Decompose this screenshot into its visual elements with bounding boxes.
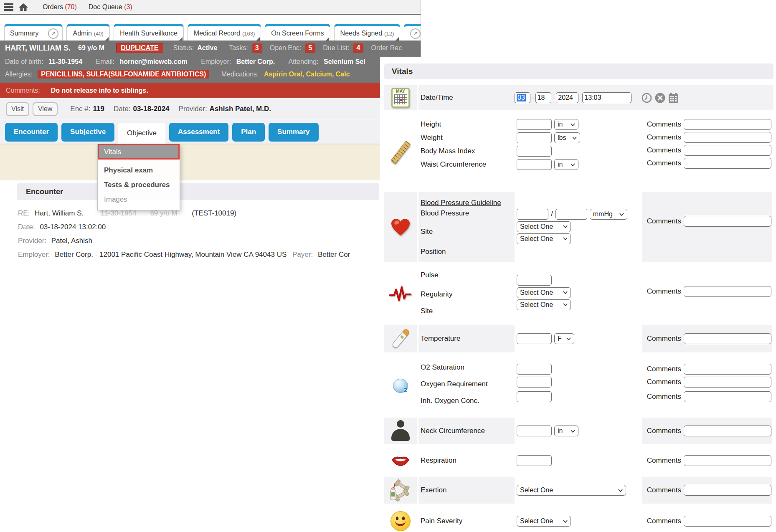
assessment-button[interactable]: Assessment (169, 123, 228, 142)
exertion-select[interactable]: Select One (517, 485, 626, 496)
open-enc-count-badge[interactable]: 5 (305, 43, 315, 53)
weight-label: Weight (421, 131, 515, 144)
medications-list[interactable]: Aspirin Oral, Calcium, Calc (264, 71, 350, 78)
summary-button[interactable]: Summary (269, 123, 318, 142)
tab-fold-icon (256, 37, 260, 41)
pulse-site-select[interactable]: Select One (517, 299, 571, 310)
tab-fold-icon (179, 37, 183, 41)
calendar-picker-icon[interactable] (668, 93, 679, 103)
height-input[interactable] (517, 119, 552, 130)
tab-medical-record[interactable]: Medical Record(163) (188, 24, 261, 41)
tab-on-screen-forms[interactable]: On Screen Forms (265, 24, 330, 41)
calendar-month-icon: MAY (391, 88, 410, 108)
due-list-count-badge[interactable]: 4 (353, 43, 363, 53)
bp-site-label: Site (421, 226, 515, 237)
date-month-input[interactable]: 03 (515, 92, 530, 103)
pulse-comments-input[interactable] (684, 286, 771, 297)
bp-guideline-link[interactable]: Blood Pressure Guideline (421, 198, 515, 208)
view-button[interactable]: View (33, 102, 58, 116)
menu-item-physical-exam[interactable]: Physical exam (98, 163, 180, 177)
set-time-now-icon[interactable] (642, 93, 652, 103)
bp-comments-input[interactable] (684, 216, 771, 227)
plan-button[interactable]: Plan (232, 123, 265, 142)
date-year-input[interactable]: 2024 (556, 92, 578, 103)
tab-summary[interactable]: Summary (4, 24, 63, 41)
tab-needs-signed[interactable]: Needs Signed(12) (334, 24, 401, 41)
popout-arrow-icon (410, 28, 421, 39)
temperature-unit-select[interactable]: F (554, 333, 574, 344)
waist-input[interactable] (517, 159, 552, 170)
pulse-site-label: Site (421, 306, 515, 317)
neck-unit-select[interactable]: in (554, 426, 578, 436)
bp-systolic-input[interactable] (517, 209, 548, 220)
inh-oxygen-comments-input[interactable] (684, 391, 771, 402)
nav-doc-queue[interactable]: Doc Queue (3) (89, 3, 132, 11)
person-silhouette-icon (391, 420, 410, 442)
nav-orders[interactable]: Orders (70) (43, 3, 77, 11)
bmi-comments-input[interactable] (684, 145, 771, 156)
height-comments-input[interactable] (684, 119, 771, 130)
o2-saturation-comments-input[interactable] (684, 364, 771, 375)
objective-button[interactable]: Objective (118, 123, 165, 144)
oxygen-group: 2 O2 Saturation Oxygen Requirement Inh. … (384, 357, 773, 413)
time-input[interactable]: 13:03 (582, 92, 631, 103)
respiration-group: Respiration Comments (384, 449, 773, 472)
bmi-input[interactable] (517, 146, 552, 157)
regularity-select[interactable]: Select One (517, 287, 571, 298)
exertion-comments-input[interactable] (684, 485, 771, 496)
bp-position-select[interactable]: Select One (517, 233, 571, 244)
weight-input[interactable] (517, 132, 552, 143)
tab-popout[interactable] (404, 24, 421, 41)
tab-admin[interactable]: Admin(40) (66, 24, 109, 41)
pulse-group: Pulse Regularity Site Select One Select … (384, 267, 773, 320)
temperature-comments-input[interactable] (684, 333, 771, 344)
weight-unit-select[interactable]: lbs (554, 132, 580, 143)
bp-site-select[interactable]: Select One (517, 221, 571, 232)
pain-comments-input[interactable] (684, 516, 771, 527)
allergies-badge[interactable]: PENICILLINS, SULFA(SULFONAMIDE ANTIBIOTI… (38, 70, 209, 79)
patient-name: HART, WILLIAM S. (5, 44, 71, 53)
subjective-button[interactable]: Subjective (61, 123, 114, 142)
chart-tab-bar: Summary Admin(40) Health Surveillance Me… (0, 15, 421, 41)
waist-comments-input[interactable] (684, 158, 771, 169)
encounter-button[interactable]: Encounter (5, 123, 58, 142)
oxygen-icon: 2 (393, 379, 408, 393)
menu-item-images[interactable]: Images (98, 192, 180, 207)
tasks-count-badge[interactable]: 3 (252, 43, 262, 53)
tab-health-surveillance[interactable]: Health Surveillance (114, 24, 184, 41)
temperature-group: Temperature F Comments (384, 325, 773, 352)
bp-unit-select[interactable]: mmHg (590, 209, 627, 220)
pulse-input[interactable] (517, 275, 552, 286)
neck-input[interactable] (517, 426, 552, 436)
pain-severity-select[interactable]: Select One (517, 516, 571, 527)
waist-unit-select[interactable]: in (554, 159, 578, 170)
inh-oxygen-input[interactable] (517, 391, 552, 402)
temperature-input[interactable] (517, 333, 552, 344)
oxygen-requirement-input[interactable] (517, 377, 552, 388)
oxygen-requirement-comments-input[interactable] (684, 377, 771, 388)
menu-item-tests-procedures[interactable]: Tests & procedures (98, 177, 180, 192)
weight-comments-input[interactable] (684, 132, 771, 143)
o2-saturation-input[interactable] (517, 364, 552, 375)
height-unit-select[interactable]: in (554, 119, 578, 130)
summary-popout-icon[interactable] (44, 26, 62, 41)
duplicate-badge[interactable]: DUPLICATE (116, 43, 163, 53)
home-icon[interactable] (18, 3, 28, 12)
menu-icon[interactable] (4, 3, 13, 11)
respiration-input[interactable] (517, 455, 552, 466)
encounter-re-line: RE: Hart, William S. 11-30-1954 69 y/o M… (18, 206, 421, 220)
clear-datetime-icon[interactable] (655, 93, 665, 103)
bp-diastolic-input[interactable] (555, 209, 587, 220)
neck-comments-input[interactable] (684, 426, 771, 436)
top-menu-bar: Orders (70) Doc Queue (3) (0, 0, 421, 15)
ruler-icon (391, 141, 411, 165)
tab-fold-icon (326, 37, 329, 41)
tab-fold-icon (105, 37, 109, 41)
menu-item-vitals[interactable]: Vitals (98, 144, 180, 160)
date-day-input[interactable]: 18 (535, 92, 551, 103)
oxygen-requirement-label: Oxygen Requirement (421, 376, 515, 393)
exertion-label: Exertion (421, 484, 446, 497)
respiration-comments-input[interactable] (684, 455, 771, 466)
patient-header: HART, WILLIAM S. 69 y/o M DUPLICATE Stat… (0, 41, 421, 83)
visit-button[interactable]: Visit (6, 102, 29, 116)
